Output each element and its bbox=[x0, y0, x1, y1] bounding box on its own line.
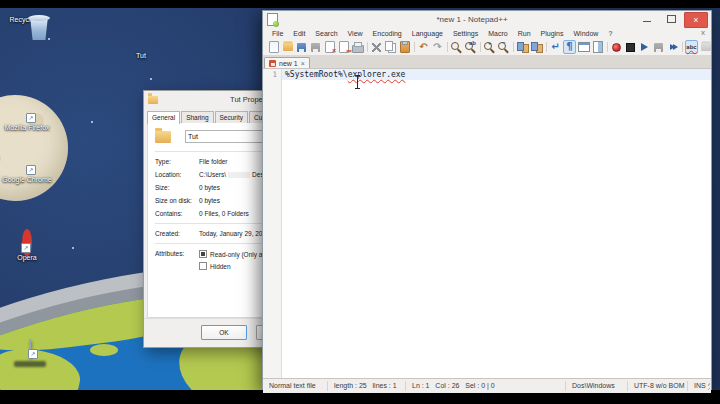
zoom-in-icon[interactable]: + bbox=[483, 40, 496, 54]
desktop-icon-chrome[interactable]: ↗Google Chrome bbox=[0, 174, 55, 184]
zoom-out-icon[interactable]: − bbox=[497, 40, 510, 54]
word-wrap-icon[interactable]: ↵ bbox=[549, 40, 562, 54]
desktop-icon-label: Mozilla Firefox bbox=[4, 124, 49, 132]
cut-icon[interactable] bbox=[370, 40, 383, 54]
property-value: 0 bytes bbox=[199, 184, 220, 192]
status-caret-info: Ln : 1 Col : 26 Sel : 0 | 0 bbox=[406, 381, 566, 391]
toolbar: ↶↷ab+−↵¶ bbox=[263, 39, 711, 55]
notepadpp-app-icon bbox=[267, 13, 278, 26]
copy-icon[interactable] bbox=[384, 40, 397, 54]
macro-record-icon[interactable] bbox=[610, 40, 623, 54]
dialog-tab-general[interactable]: General bbox=[147, 111, 180, 124]
menu-search[interactable]: Search bbox=[310, 30, 342, 37]
macro-save-icon[interactable] bbox=[652, 40, 665, 54]
menu-macro[interactable]: Macro bbox=[483, 30, 512, 37]
paste-icon[interactable] bbox=[398, 40, 411, 54]
earth-landmass bbox=[90, 344, 118, 356]
close-all-icon[interactable] bbox=[337, 40, 350, 54]
desktop-icon-unknown-app[interactable]: ↗ bbox=[2, 340, 58, 367]
property-label: Created: bbox=[155, 230, 199, 238]
moon-crater bbox=[0, 153, 1, 164]
replace-icon[interactable]: ab bbox=[464, 40, 477, 54]
menu-file[interactable]: File bbox=[267, 30, 288, 37]
dialog-tab-sharing[interactable]: Sharing bbox=[181, 111, 213, 123]
tab-new-1[interactable]: new 1 × bbox=[264, 57, 310, 68]
menu-plugins[interactable]: Plugins bbox=[536, 30, 569, 37]
menu-edit[interactable]: Edit bbox=[288, 30, 310, 37]
status-encoding: UTF-8 w/o BOM bbox=[628, 381, 688, 391]
maximize-button[interactable] bbox=[660, 12, 682, 26]
editor-text: %SystemRoot%\explorer.exe bbox=[281, 70, 405, 79]
close-button[interactable]: × bbox=[684, 12, 708, 28]
macro-run-multiple-icon[interactable] bbox=[666, 40, 679, 54]
doc-switcher-icon[interactable] bbox=[699, 40, 712, 54]
shortcut-arrow-icon: ↗ bbox=[26, 165, 36, 175]
resize-grip[interactable] bbox=[708, 382, 710, 390]
blurred-icon-label bbox=[14, 361, 46, 367]
unsaved-document-icon bbox=[269, 60, 276, 67]
shortcut-arrow-icon: ↗ bbox=[21, 243, 31, 253]
sync-vertical-scroll-icon[interactable] bbox=[516, 40, 529, 54]
ok-button[interactable]: OK bbox=[201, 325, 247, 340]
menu-encoding[interactable]: Encoding bbox=[368, 30, 407, 37]
hidden-label: Hidden bbox=[210, 263, 231, 270]
macro-stop-icon[interactable] bbox=[624, 40, 637, 54]
open-file-icon[interactable] bbox=[281, 40, 294, 54]
property-label: Size on disk: bbox=[155, 197, 199, 205]
star bbox=[150, 78, 152, 80]
spell-check-icon[interactable] bbox=[685, 40, 698, 54]
notepad-window: *new 1 - Notepad++ × FileEditSearchViewE… bbox=[262, 10, 712, 390]
menu-view[interactable]: View bbox=[343, 30, 368, 37]
property-label: Contains: bbox=[155, 210, 199, 218]
minimize-button[interactable] bbox=[636, 12, 658, 26]
save-all-icon[interactable] bbox=[309, 40, 322, 54]
attributes-label: Attributes: bbox=[155, 250, 199, 270]
desktop-icon-opera[interactable]: ↗Opera bbox=[0, 234, 55, 262]
undo-icon[interactable]: ↶ bbox=[417, 40, 430, 54]
menu-settings[interactable]: Settings bbox=[448, 30, 483, 37]
checkbox-unchecked-icon bbox=[199, 262, 207, 270]
property-value: 0 bytes bbox=[199, 197, 220, 205]
moon-illustration bbox=[0, 95, 68, 201]
show-all-characters-icon[interactable]: ¶ bbox=[563, 40, 576, 54]
property-label: Type: bbox=[155, 158, 199, 166]
desktop-icon-firefox[interactable]: ↗Mozilla Firefox bbox=[0, 122, 55, 132]
property-value: File folder bbox=[199, 158, 228, 166]
status-doc-type: Normal text file bbox=[263, 381, 328, 391]
tab-close-icon[interactable]: × bbox=[301, 60, 305, 67]
editor-area[interactable]: 1 %SystemRoot%\explorer.exe bbox=[263, 69, 711, 378]
status-eol-format: Dos\Windows bbox=[566, 381, 628, 391]
macro-play-icon[interactable] bbox=[638, 40, 651, 54]
star bbox=[48, 38, 50, 40]
line-number: 1 bbox=[263, 70, 281, 79]
mouse-ibeam-cursor bbox=[354, 75, 361, 89]
star bbox=[72, 247, 74, 249]
sync-horizontal-scroll-icon[interactable] bbox=[530, 40, 543, 54]
desktop-icon-label: Google Chrome bbox=[2, 176, 51, 184]
menubar-close-icon[interactable]: x bbox=[701, 29, 705, 37]
doc-map-icon[interactable] bbox=[591, 40, 604, 54]
close-file-icon[interactable] bbox=[323, 40, 336, 54]
dialog-tab-security[interactable]: Security bbox=[215, 111, 248, 123]
tab-bar: new 1 × bbox=[263, 55, 711, 69]
redacted-username bbox=[228, 172, 250, 178]
desktop-icon-recycle-bin[interactable]: Recycle Bin bbox=[0, 14, 56, 24]
folder-icon-large bbox=[155, 131, 171, 143]
user-defined-dialog-icon[interactable] bbox=[577, 40, 590, 54]
desktop-folder-tut[interactable]: Tut bbox=[113, 50, 169, 60]
redo-icon[interactable]: ↷ bbox=[431, 40, 444, 54]
notepad-titlebar[interactable]: *new 1 - Notepad++ × bbox=[263, 11, 711, 27]
property-label: Size: bbox=[155, 184, 199, 192]
shortcut-arrow-icon: ↗ bbox=[28, 349, 38, 359]
status-length-info: length : 25 lines : 1 bbox=[328, 381, 406, 391]
status-typing-mode: INS bbox=[688, 381, 708, 391]
print-icon[interactable] bbox=[351, 40, 364, 54]
find-icon[interactable] bbox=[450, 40, 463, 54]
new-file-icon[interactable] bbox=[267, 40, 280, 54]
menu-language[interactable]: Language bbox=[407, 30, 448, 37]
menu-run[interactable]: Run bbox=[513, 30, 536, 37]
menu-help[interactable]: ? bbox=[603, 30, 617, 37]
menu-window[interactable]: Window bbox=[569, 30, 604, 37]
save-icon[interactable] bbox=[295, 40, 308, 54]
property-label: Location: bbox=[155, 171, 199, 179]
